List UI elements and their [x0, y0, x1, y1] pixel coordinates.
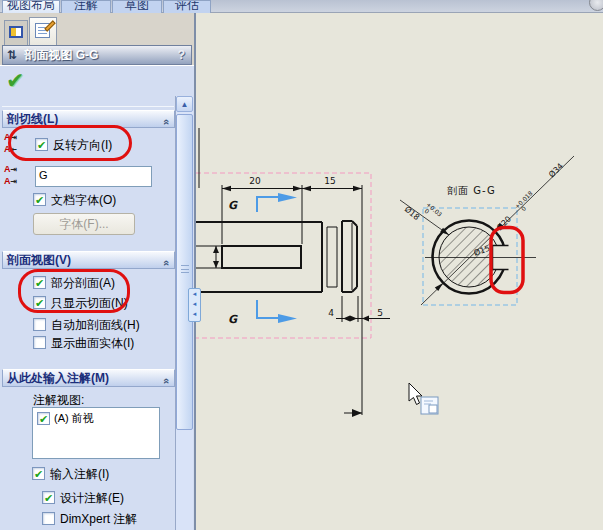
- cut-label-top: G: [228, 199, 238, 212]
- cutting-line-G[interactable]: G G: [228, 193, 297, 326]
- tab-evaluate[interactable]: 评估: [163, 0, 211, 13]
- app-window: 视图布局 注解 草图 评估: [0, 0, 603, 530]
- tab-annotation[interactable]: 注解: [61, 0, 111, 13]
- auto-hatching-label: 自动加剖面线(H): [51, 317, 140, 334]
- thumb-grip: [181, 265, 189, 273]
- font-button[interactable]: 字体(F)...: [33, 213, 135, 235]
- dim-20-text[interactable]: 20: [249, 176, 261, 186]
- display-surface-bodies-label: 显示曲面实体(I): [51, 335, 134, 352]
- auto-hatching-checkbox[interactable]: [33, 318, 46, 331]
- cut-label-bottom: G: [228, 313, 238, 326]
- chevron-up-icon: «: [159, 260, 175, 266]
- panel-splitter-arrows[interactable]: ◂◂◂: [188, 288, 201, 322]
- annotation-view-listbox[interactable]: ✔ (A) 前视: [32, 407, 160, 459]
- mouse-cursor: [409, 383, 438, 414]
- pm-tab-feature-tree[interactable]: [4, 20, 28, 45]
- scrollbar-thumb[interactable]: [176, 114, 193, 430]
- dia34-text[interactable]: Ø34: [546, 161, 565, 180]
- divider: [2, 106, 174, 107]
- section-header-import-annotation[interactable]: 从此处输入注解(M) «: [2, 369, 175, 387]
- section-view-label: 剖面 G-G: [447, 185, 496, 196]
- chevron-up-icon: «: [159, 119, 175, 125]
- tab-view-layout[interactable]: 视图布局: [2, 0, 60, 13]
- chevron-up-icon: «: [159, 378, 175, 384]
- pm-title: 剖面视图 G-G: [24, 48, 98, 62]
- display-surface-bodies-checkbox[interactable]: [33, 336, 46, 349]
- dia18-tolerance[interactable]: +0.03 0: [421, 201, 444, 223]
- document-font-label: 文档字体(O): [51, 192, 116, 209]
- pm-title-bar: ⇅ 剖面视图 G-G ?: [2, 45, 192, 65]
- pm-tab-property-manager[interactable]: [29, 17, 57, 45]
- view-cube-icon[interactable]: [589, 0, 603, 11]
- shaft-front-view: [196, 221, 357, 292]
- scroll-up-icon[interactable]: ▲: [176, 96, 193, 112]
- document-font-checkbox[interactable]: ✔: [33, 193, 46, 206]
- dim-4-text[interactable]: 4: [328, 308, 334, 318]
- dimxpert-annotations-checkbox[interactable]: [42, 512, 55, 525]
- front-view-checkbox[interactable]: ✔: [37, 412, 50, 425]
- layout-icon: [9, 26, 23, 38]
- design-annotations-label: 设计注解(E): [60, 490, 124, 507]
- section-header-section-view[interactable]: 剖面视图(V) «: [2, 251, 175, 269]
- drawing-canvas: 20 15 4 5 16.015 G G: [196, 13, 603, 530]
- dia18-text[interactable]: Ø18: [403, 204, 422, 222]
- refresh-arrows-icon: ⇅: [3, 48, 21, 62]
- dim-15-text[interactable]: 15: [324, 176, 335, 186]
- import-annotations-label: 输入注解(I): [50, 466, 109, 483]
- import-annotations-checkbox[interactable]: ✔: [32, 467, 45, 480]
- design-annotations-checkbox[interactable]: ✔: [42, 491, 55, 504]
- property-manager-panel: ⇅ 剖面视图 G-G ? ✔ 剖切线(L) « A⇥ A⇤ ✔ 反转方向(I) …: [0, 13, 196, 530]
- label-icon: A⇥: [4, 176, 17, 186]
- red-highlight-reverse: [8, 125, 132, 161]
- front-view-dimensions: [196, 128, 390, 415]
- keyway-rect: [222, 246, 301, 268]
- pm-content: ✔ 剖切线(L) « A⇥ A⇤ ✔ 反转方向(I) A⇥ A⇥ G ✔ 文档字…: [0, 65, 194, 530]
- help-icon[interactable]: ?: [178, 46, 191, 65]
- ok-button[interactable]: ✔: [6, 68, 24, 94]
- section-label-input[interactable]: G: [35, 166, 152, 187]
- tab-sketch[interactable]: 草图: [112, 0, 162, 13]
- dim-5-text[interactable]: 5: [377, 308, 383, 318]
- command-tab-strip: 视图布局 注解 草图 评估: [0, 0, 603, 13]
- annotation-pencil-icon: [35, 23, 50, 38]
- label-icon: A⇥: [4, 164, 17, 174]
- dimxpert-annotations-label: DimXpert 注解: [60, 511, 137, 528]
- front-view-item-label[interactable]: (A) 前视: [54, 411, 94, 426]
- section-view-G-G[interactable]: 剖面 G-G Ø18 +0.03 0 Ø20 +0.018 0 Ø34 Ø15: [400, 156, 574, 305]
- drawing-graphics-area[interactable]: 20 15 4 5 16.015 G G: [196, 13, 603, 530]
- red-highlight-section-options: [18, 269, 130, 313]
